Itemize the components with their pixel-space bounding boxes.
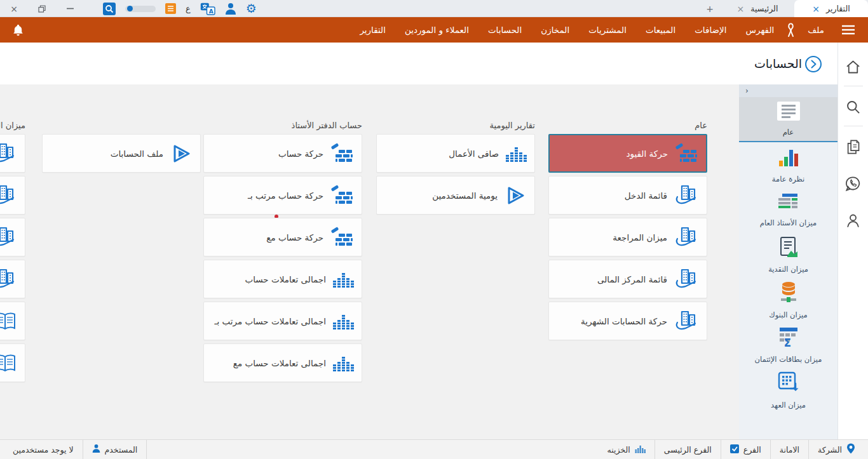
status-cell[interactable]: الشركة bbox=[809, 440, 864, 459]
report-tile-label: حركة حساب bbox=[278, 149, 323, 159]
svg-text:Σ: Σ bbox=[783, 336, 791, 348]
pin-icon bbox=[846, 443, 855, 456]
sidebar-item-label: ميزان الأستاذ العام bbox=[760, 218, 817, 227]
report-tile-label: حركة حساب مع bbox=[266, 232, 323, 243]
sidebar-collapse-strip[interactable]: › bbox=[739, 84, 837, 97]
status-cell[interactable]: الخزينه bbox=[599, 440, 655, 459]
whatsapp-icon bbox=[844, 175, 862, 195]
expand-arrow-button[interactable] bbox=[804, 55, 822, 76]
report-tile[interactable]: اجمالى تعاملات حساب مرتب بـ bbox=[203, 302, 362, 340]
report-column-1: تقارير اليوميةصافى الأعماليومية المستخدم… bbox=[376, 115, 535, 218]
report-tile[interactable]: حركة الحسابات الشهرية bbox=[548, 302, 707, 340]
report-tile[interactable] bbox=[0, 343, 25, 382]
menu-item-3[interactable]: المبيعات bbox=[636, 25, 685, 35]
orange-list-icon[interactable] bbox=[165, 3, 176, 14]
report-tile[interactable]: قائمة الدخل bbox=[548, 176, 707, 215]
report-tile-label: حركة القيود bbox=[626, 149, 668, 159]
close-window-button[interactable]: × bbox=[0, 0, 28, 17]
report-tile-label: ملف الحسابات bbox=[111, 149, 163, 159]
user-icon[interactable] bbox=[225, 3, 236, 15]
user_sm-icon bbox=[92, 444, 100, 455]
report-tile[interactable]: اجمالى تعاملات حساب bbox=[203, 260, 362, 298]
restore-window-button[interactable] bbox=[28, 0, 56, 17]
column-header bbox=[42, 115, 201, 130]
language-letter: ع bbox=[186, 4, 191, 13]
tab-home[interactable]: الرئيسية× bbox=[721, 0, 794, 17]
translate-icon[interactable]: A bbox=[200, 3, 215, 15]
report-tile[interactable] bbox=[0, 218, 25, 256]
menu-item-5[interactable]: المخازن bbox=[531, 25, 579, 35]
app-window: { "window": { "lang_letter": "ع" }, "tab… bbox=[0, 0, 868, 459]
report-tile[interactable] bbox=[0, 260, 25, 298]
report-tile[interactable]: قائمة المركز المالى bbox=[548, 260, 707, 298]
menu-item-7[interactable]: العملاء و الموردين bbox=[395, 25, 478, 35]
documents-icon bbox=[844, 138, 862, 158]
report-tile[interactable]: ميزان المراجعة bbox=[548, 218, 707, 256]
report-tile[interactable]: حركة القيود bbox=[548, 134, 707, 173]
report-tile[interactable] bbox=[0, 176, 25, 215]
bricks-icon bbox=[330, 184, 354, 207]
strip-whatsapp-button[interactable] bbox=[838, 171, 868, 199]
report-tile[interactable]: حركة حساب مرتب بـ bbox=[203, 176, 362, 215]
menu-item-4[interactable]: المشتريات bbox=[579, 25, 636, 35]
strip-search-button[interactable] bbox=[838, 94, 868, 122]
report-tile[interactable]: يومية المستخدمين bbox=[376, 176, 535, 215]
report-tile[interactable] bbox=[0, 302, 25, 340]
sidebar-item-label: ميزان البنوك bbox=[769, 310, 807, 319]
home-icon bbox=[844, 58, 862, 78]
close-tab-icon[interactable]: × bbox=[737, 4, 745, 13]
column-header: ميزان الم bbox=[0, 115, 25, 130]
sidebar-item-custody[interactable]: ميزان العهد bbox=[739, 368, 837, 413]
menu-item-0[interactable]: ملف bbox=[798, 25, 834, 35]
tab-reports[interactable]: التقارير× bbox=[794, 0, 868, 17]
new-tab-button[interactable]: + bbox=[699, 0, 721, 17]
toggle-switch[interactable] bbox=[125, 6, 156, 12]
menu-item-1[interactable]: الفهرس bbox=[736, 25, 783, 35]
custody-icon bbox=[777, 371, 800, 396]
person-icon bbox=[844, 212, 862, 232]
status-cell[interactable]: المستخدم bbox=[83, 440, 147, 459]
menu-item-6[interactable]: الحسابات bbox=[478, 25, 531, 35]
sidebar-item-banks[interactable]: ميزان البنوك bbox=[739, 277, 837, 323]
report-tile[interactable]: صافى الأعمال bbox=[376, 134, 535, 173]
sidebar-item-label: ميزان النقدية bbox=[768, 265, 808, 274]
sidebar-item-cash[interactable]: ميزان النقدية bbox=[739, 232, 837, 277]
report-tile[interactable] bbox=[0, 134, 25, 173]
sidebar-item-ledger[interactable]: ميزان الأستاذ العام bbox=[739, 187, 837, 232]
hamburger-menu-button[interactable] bbox=[834, 25, 860, 35]
right-icon-strip bbox=[837, 43, 868, 439]
notifications-bell-icon[interactable] bbox=[8, 23, 29, 37]
building-icon bbox=[0, 226, 17, 249]
close-tab-icon[interactable]: × bbox=[812, 4, 820, 13]
report-tile[interactable]: اجمالى تعاملات حساب مع bbox=[203, 343, 362, 382]
sidebar-item-general[interactable]: عام bbox=[739, 97, 837, 142]
strip-divider bbox=[844, 126, 863, 126]
search-button[interactable] bbox=[103, 3, 116, 15]
sidebar-item-credit[interactable]: Σميزان بطاقات الإئتمان bbox=[739, 323, 837, 368]
status-cell[interactable]: الامانة bbox=[771, 440, 809, 459]
report-tile[interactable]: حركة حساب مع bbox=[203, 218, 362, 256]
column-header: تقارير اليومية bbox=[376, 115, 535, 130]
report-tile-label: اجمالى تعاملات حساب مرتب بـ bbox=[214, 316, 326, 326]
status-cell[interactable]: الفرع الرئيسى bbox=[655, 440, 721, 459]
report-tile-label: يومية المستخدمين bbox=[432, 190, 498, 201]
menu-item-8[interactable]: التقارير bbox=[350, 25, 395, 35]
report-tile[interactable]: حركة حساب bbox=[203, 134, 362, 173]
ledger-icon bbox=[777, 192, 800, 214]
status-cell[interactable]: لا يوجد مستخدمين bbox=[4, 440, 83, 459]
report-tile-label: حركة حساب مرتب بـ bbox=[248, 190, 323, 201]
report-tile[interactable]: ملف الحسابات bbox=[42, 134, 201, 173]
menu-item-2[interactable]: الإضافات bbox=[685, 25, 736, 35]
report-tile-label: قائمة الدخل bbox=[625, 190, 667, 201]
strip-documents-button[interactable] bbox=[838, 134, 868, 162]
minimize-window-button[interactable] bbox=[56, 0, 84, 17]
gear-icon[interactable]: ⚙ bbox=[246, 3, 257, 15]
strip-person-button[interactable] bbox=[838, 208, 868, 236]
status-cell[interactable]: الفرع bbox=[721, 440, 771, 459]
credit-icon: Σ bbox=[777, 326, 800, 350]
tab-bar: التقارير×الرئيسية×+ bbox=[699, 0, 868, 17]
sidebar-item-overview[interactable]: نظرة عامة bbox=[739, 142, 837, 187]
strip-home-button[interactable] bbox=[838, 54, 868, 82]
building-icon bbox=[674, 226, 699, 249]
building-icon bbox=[0, 142, 17, 165]
